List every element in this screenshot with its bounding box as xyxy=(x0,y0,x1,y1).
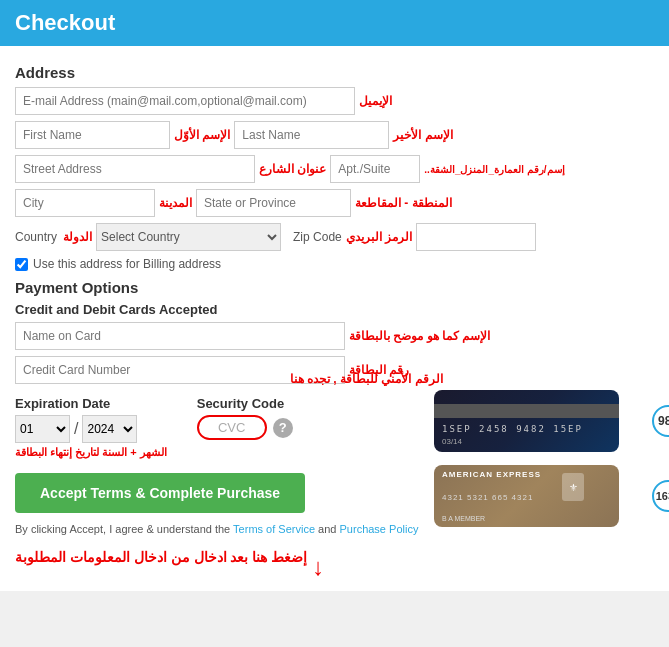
terms-text: By clicking Accept, I agree & understand… xyxy=(15,523,424,535)
street-arabic-label: عنوان الشارع xyxy=(259,162,326,176)
payment-section: Payment Options Credit and Debit Cards A… xyxy=(15,279,654,581)
visa-card-wrapper: 1SEP 2458 9482 15EP 03/14 987 xyxy=(434,390,654,452)
amex-member: B A MEMBER xyxy=(442,515,611,522)
firstname-arabic-label: الإسم الأوّل xyxy=(174,128,230,142)
email-input[interactable] xyxy=(15,87,355,115)
amex-card-wrapper: AMERICAN EXPRESS ⚜ 4321 5321 665 4321 B … xyxy=(434,465,654,527)
email-row: الإيميل xyxy=(15,87,654,115)
email-arabic-label: الإيميل xyxy=(359,94,392,108)
zip-label-text: Zip Code xyxy=(293,230,342,244)
country-select[interactable]: Select Country United States Canada Unit… xyxy=(96,223,281,251)
card-stripe xyxy=(434,404,619,418)
security-block: Security Code CVC ? الرقم الأمني للبطاقة… xyxy=(197,396,293,440)
visa-card-number: 1SEP 2458 9482 15EP xyxy=(442,424,611,434)
security-arabic-note: الرقم الأمني للبطاقة , تجده هنا xyxy=(290,371,443,386)
name-on-card-input[interactable] xyxy=(15,322,345,350)
terms-of-service-link[interactable]: Terms of Service xyxy=(233,523,315,535)
terms-text-1: By clicking Accept, I agree & understand… xyxy=(15,523,230,535)
apt-input[interactable] xyxy=(330,155,420,183)
country-label-text: Country xyxy=(15,230,57,244)
left-bottom: Expiration Date 01020304 05060708 091011… xyxy=(15,390,424,581)
expiry-month-select[interactable]: 01020304 05060708 09101112 xyxy=(15,415,70,443)
name-on-card-arabic: الإسم كما هو موضح بالبطاقة xyxy=(349,329,490,343)
amex-logo: AMERICAN EXPRESS xyxy=(442,470,541,479)
visa-card-bottom: 03/14 xyxy=(442,437,611,446)
amex-cvc-badge: 1632 xyxy=(652,480,669,512)
country-row: Country الدولة Select Country United Sta… xyxy=(15,223,654,251)
amex-centurion-icon: ⚜ xyxy=(562,473,584,501)
apt-arabic-label: إسم/رقم العمارة_المنزل_الشقة.. xyxy=(424,164,564,175)
card-visuals: 1SEP 2458 9482 15EP 03/14 987 AMERICAN E… xyxy=(434,390,654,532)
visa-card: 1SEP 2458 9482 15EP 03/14 xyxy=(434,390,619,452)
zip-input[interactable] xyxy=(416,223,536,251)
terms-text-2: and xyxy=(318,523,336,535)
page-header: Checkout xyxy=(0,0,669,46)
cards-accepted-label: Credit and Debit Cards Accepted xyxy=(15,302,654,317)
down-arrow: ↓ xyxy=(312,553,324,581)
name-on-card-row: الإسم كما هو موضح بالبطاقة xyxy=(15,322,654,350)
expiry-security-row: Expiration Date 01020304 05060708 091011… xyxy=(15,396,424,459)
billing-checkbox[interactable] xyxy=(15,258,28,271)
state-arabic-label: المنطقة - المقاطعة xyxy=(355,196,452,210)
expiry-label: Expiration Date xyxy=(15,396,167,411)
street-input[interactable] xyxy=(15,155,255,183)
billing-label: Use this address for Billing address xyxy=(33,257,221,271)
zip-arabic-label: الرمز البريدي xyxy=(346,230,412,244)
street-row: عنوان الشارع إسم/رقم العمارة_المنزل_الشق… xyxy=(15,155,654,183)
bottom-note-row: إضغط هنا بعد ادخال من ادخال المعلومات ال… xyxy=(15,543,424,581)
expiry-year-select[interactable]: 2024202520262027 202820292030 xyxy=(82,415,137,443)
city-arabic-label: المدينة xyxy=(159,196,192,210)
bottom-arabic-note: إضغط هنا بعد ادخال من ادخال المعلومات ال… xyxy=(15,547,307,568)
page-title: Checkout xyxy=(15,10,115,35)
country-arabic-label: الدولة xyxy=(63,230,92,244)
expiry-inputs: 01020304 05060708 09101112 / 20242025202… xyxy=(15,415,167,443)
city-row: المدينة المنطقة - المقاطعة xyxy=(15,189,654,217)
security-label: Security Code xyxy=(197,396,293,411)
name-row: الإسم الأوّل الإسم الأخير xyxy=(15,121,654,149)
visa-date: 03/14 xyxy=(442,437,462,446)
expiry-separator: / xyxy=(74,420,78,438)
state-input[interactable] xyxy=(196,189,351,217)
amex-number: 4321 5321 665 4321 xyxy=(442,493,611,502)
payment-section-title: Payment Options xyxy=(15,279,654,296)
address-section: Address الإيميل الإسم الأوّل الإسم الأخي… xyxy=(15,64,654,271)
security-input-row: CVC ? xyxy=(197,415,293,440)
city-input[interactable] xyxy=(15,189,155,217)
expiry-block: Expiration Date 01020304 05060708 091011… xyxy=(15,396,167,459)
amex-card: AMERICAN EXPRESS ⚜ 4321 5321 665 4321 B … xyxy=(434,465,619,527)
address-section-title: Address xyxy=(15,64,654,81)
lastname-input[interactable] xyxy=(234,121,389,149)
expiry-arabic: الشهر + السنة لتاريخ إنتهاء البطاقة xyxy=(15,446,167,459)
amex-header: AMERICAN EXPRESS xyxy=(442,470,611,479)
purchase-policy-link[interactable]: Purchase Policy xyxy=(340,523,419,535)
accept-button[interactable]: Accept Terms & Complete Purchase xyxy=(15,473,305,513)
bottom-section: Expiration Date 01020304 05060708 091011… xyxy=(15,390,654,581)
lastname-arabic-label: الإسم الأخير xyxy=(393,128,452,142)
visa-cvc-badge: 987 xyxy=(652,405,669,437)
cvc-input[interactable]: CVC xyxy=(197,415,267,440)
help-icon[interactable]: ? xyxy=(273,418,293,438)
billing-checkbox-row: Use this address for Billing address xyxy=(15,257,654,271)
firstname-input[interactable] xyxy=(15,121,170,149)
